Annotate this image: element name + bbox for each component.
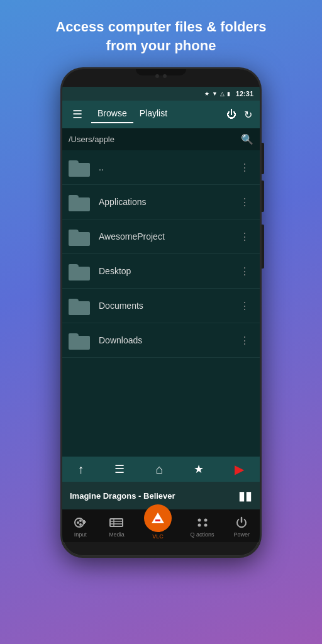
input-icon (72, 515, 89, 530)
up-arrow-icon: ↑ (77, 462, 84, 477)
svg-point-5 (79, 523, 82, 526)
folder-icon-awesomeproject (69, 227, 91, 246)
phone-mockup: ★ ▼ △ ▮ 12:31 ☰ Browse Playlist ⏻ ↻ (60, 67, 262, 558)
menu-icon[interactable]: ☰ (69, 106, 86, 123)
app-screen: ★ ▼ △ ▮ 12:31 ☰ Browse Playlist ⏻ ↻ (62, 87, 260, 542)
tab-vlc[interactable]: VLC (144, 513, 172, 540)
tab-input[interactable]: Input (72, 515, 89, 538)
nav-bookmarks-button[interactable]: ★ (189, 461, 209, 477)
svg-point-12 (197, 519, 201, 522)
power-button[interactable] (262, 225, 264, 269)
status-time: 12:31 (236, 90, 253, 97)
nav-home-button[interactable]: ⌂ (150, 461, 168, 478)
file-name-applications: Applications (99, 197, 236, 207)
bottom-nav: ↑ ☰ ⌂ ★ ▶ (62, 457, 260, 482)
vlc-icon (144, 504, 172, 532)
now-playing-title: Imagine Dragons - Believer (70, 491, 175, 501)
nav-record-button[interactable]: ▶ (230, 460, 249, 478)
status-icons: ★ ▼ △ ▮ (204, 91, 230, 97)
signal-icon: △ (220, 91, 225, 97)
more-options-icon[interactable]: ⋮ (236, 160, 253, 175)
more-options-icon-2[interactable]: ⋮ (236, 195, 253, 209)
volume-down-button[interactable] (262, 180, 264, 212)
folder-icon-desktop (69, 262, 91, 280)
file-name-parent: .. (99, 162, 236, 172)
home-icon: ⌂ (155, 462, 163, 477)
status-bar: ★ ▼ △ ▮ 12:31 (62, 87, 260, 101)
pause-button[interactable]: ▮▮ (238, 488, 252, 503)
file-name-documents: Documents (99, 301, 236, 311)
more-options-icon-5[interactable]: ⋮ (236, 299, 253, 313)
svg-point-14 (197, 524, 201, 527)
hero-title: Access computer files & folders from you… (30, 0, 291, 67)
volume-up-button[interactable] (262, 143, 264, 174)
svg-rect-11 (155, 519, 160, 521)
file-item-desktop[interactable]: Desktop ⋮ (62, 254, 260, 289)
phone-frame: ★ ▼ △ ▮ 12:31 ☰ Browse Playlist ⏻ ↻ (60, 67, 262, 558)
file-item-documents[interactable]: Documents ⋮ (62, 289, 260, 323)
more-options-icon-6[interactable]: ⋮ (236, 333, 253, 348)
camera-dot-2 (163, 74, 167, 78)
folder-icon-parent (69, 158, 91, 177)
nav-up-button[interactable]: ↑ (72, 461, 89, 478)
list-icon: ☰ (114, 462, 125, 476)
tab-q-actions[interactable]: Q actions (191, 515, 214, 538)
input-label: Input (74, 531, 87, 538)
tab-playlist[interactable]: Playlist (133, 106, 174, 123)
file-item-applications[interactable]: Applications ⋮ (62, 185, 260, 219)
camera-dot (155, 74, 159, 78)
more-options-icon-3[interactable]: ⋮ (236, 230, 253, 244)
tab-media[interactable]: Media (108, 515, 125, 538)
media-icon (108, 515, 125, 530)
battery-icon: ▮ (227, 91, 230, 97)
tab-power[interactable]: Power (233, 515, 250, 538)
camera-dots (155, 74, 167, 78)
folder-icon-downloads (69, 331, 91, 350)
file-item-downloads[interactable]: Downloads ⋮ (62, 323, 260, 358)
search-icon[interactable]: 🔍 (241, 133, 253, 145)
svg-point-13 (204, 519, 207, 522)
q-actions-label: Q actions (191, 531, 214, 538)
power-toggle-icon[interactable]: ⏻ (225, 108, 238, 121)
svg-point-15 (204, 524, 207, 527)
media-label: Media (109, 531, 125, 538)
file-item-parent[interactable]: .. ⋮ (62, 150, 260, 185)
power-label: Power (233, 531, 250, 538)
svg-point-4 (79, 519, 82, 522)
svg-rect-6 (110, 519, 123, 526)
q-actions-icon (194, 515, 211, 530)
top-actions: ⏻ ↻ (225, 108, 253, 122)
file-name-awesomeproject: AwesomeProject (99, 231, 236, 242)
wifi-icon: ▼ (212, 91, 218, 97)
file-name-downloads: Downloads (99, 335, 236, 345)
top-bar: ☰ Browse Playlist ⏻ ↻ (62, 101, 260, 128)
bookmark-icon: ★ (194, 462, 204, 476)
file-item-awesomeproject[interactable]: AwesomeProject ⋮ (62, 219, 260, 254)
svg-marker-10 (152, 513, 164, 523)
bluetooth-icon: ★ (204, 91, 209, 97)
folder-icon-applications (69, 192, 91, 211)
svg-point-3 (77, 521, 79, 524)
phone-notch-area (62, 69, 260, 87)
path-bar: /Users/apple 🔍 (62, 128, 260, 150)
nav-list-button[interactable]: ☰ (109, 461, 130, 477)
tab-browse[interactable]: Browse (91, 106, 133, 123)
current-path: /Users/apple (69, 135, 114, 144)
refresh-icon[interactable]: ↻ (243, 108, 253, 122)
file-list: .. ⋮ Applications ⋮ AwesomeProject ⋮ Des… (62, 150, 260, 457)
folder-icon-documents (69, 296, 91, 315)
file-name-desktop: Desktop (99, 266, 236, 276)
record-icon: ▶ (235, 462, 244, 477)
vlc-label: VLC (152, 533, 164, 540)
power-icon (233, 515, 250, 530)
more-options-icon-4[interactable]: ⋮ (236, 264, 253, 279)
tab-area: Browse Playlist (91, 106, 220, 123)
bottom-tabs: Input Media (62, 509, 260, 542)
